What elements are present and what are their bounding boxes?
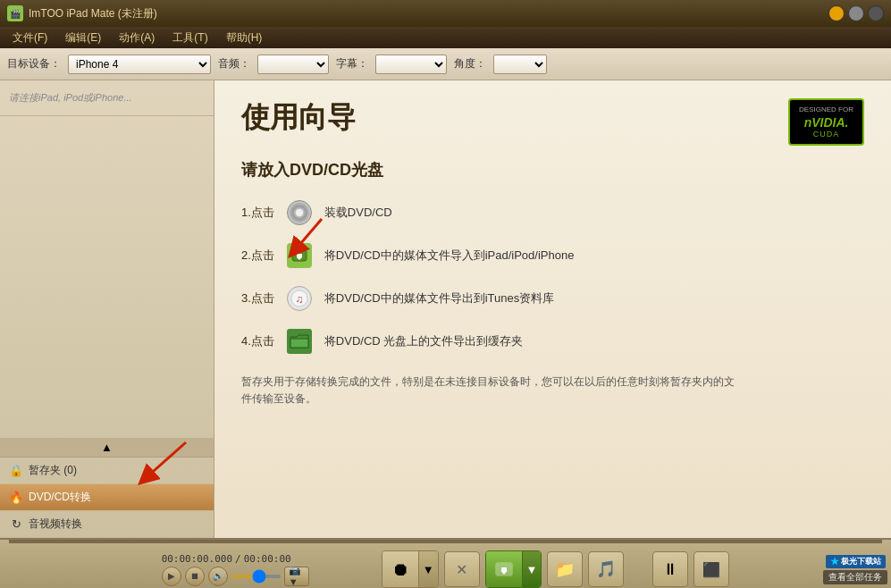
watermark-logo-area: ★ 极光下载站 bbox=[826, 555, 886, 568]
record-dropdown[interactable]: ▼ bbox=[418, 551, 438, 587]
chevron-up-icon: ▲ bbox=[101, 441, 113, 454]
step-3-text: 将DVD/CD中的媒体文件导出到iTunes资料库 bbox=[324, 290, 554, 307]
red-arrow-1 bbox=[277, 214, 331, 259]
sidebar-item-av[interactable]: ↻ 音视频转换 bbox=[0, 511, 214, 538]
speaker-button[interactable]: 🔊 bbox=[208, 567, 228, 586]
time-display: 00:00:00.000 / 00:00:00 bbox=[162, 553, 376, 565]
nvidia-sub-text: CUDA bbox=[799, 130, 853, 139]
step-2-text: 将DVD/CD中的媒体文件导入到iPad/iPod/iPhone bbox=[324, 248, 575, 264]
watermark-logo-text: 极光下载站 bbox=[841, 556, 881, 567]
time-total: 00:00:00 bbox=[244, 553, 291, 565]
app-title: ImTOO iPad Mate (未注册) bbox=[29, 6, 828, 21]
svg-line-2 bbox=[295, 219, 322, 250]
subtitle-label: 字幕： bbox=[336, 56, 368, 71]
watermark-logo-badge: ★ 极光下载站 bbox=[826, 555, 886, 568]
left-controls: 00:00:00.000 / 00:00:00 ▶ ⏹ 🔊 📷▼ bbox=[162, 553, 376, 586]
refresh-icon: ↻ bbox=[9, 517, 23, 532]
action-toolbar: ⏺ ▼ ✕ ▼ 📁 🎵 ⏸ bbox=[382, 550, 730, 588]
sidebar-item-av-label: 音视频转换 bbox=[29, 517, 82, 532]
step-4-text: 将DVD/CD 光盘上的文件导出到缓存夹 bbox=[324, 333, 523, 349]
content-area: DESIGNED FOR nVIDIA. CUDA 使用向导 请放入DVD/CD… bbox=[214, 80, 891, 538]
page-title: 使用向导 bbox=[241, 98, 864, 138]
audio-select[interactable] bbox=[257, 55, 329, 74]
sidebar-item-cache-label: 暂存夹 (0) bbox=[29, 463, 77, 478]
sidebar-item-cache[interactable]: 🔒 暂存夹 (0) bbox=[0, 458, 214, 484]
nvidia-top-text: DESIGNED FOR bbox=[799, 105, 853, 113]
sidebar-item-dvd-label: DVD/CD转换 bbox=[29, 490, 91, 505]
angle-select[interactable] bbox=[493, 55, 547, 74]
stop-all-button[interactable]: ⬛ bbox=[693, 551, 729, 587]
step-4-num: 4.点击 bbox=[241, 333, 274, 349]
device-select[interactable]: iPhone 4 iPad iPod bbox=[68, 55, 211, 74]
lock-icon: 🔒 bbox=[9, 464, 23, 478]
pause-button[interactable]: ⏸ bbox=[652, 551, 688, 587]
cancel-button[interactable]: ✕ bbox=[444, 551, 480, 587]
window-buttons bbox=[828, 5, 884, 21]
step-1-text: 装载DVD/CD bbox=[324, 205, 392, 221]
sidebar-collapse-btn[interactable]: ▲ bbox=[0, 438, 214, 457]
step-1: 1.点击 装载DVD/CD bbox=[241, 198, 864, 227]
menu-file[interactable]: 文件(F) bbox=[4, 29, 56, 47]
minimize-button[interactable] bbox=[828, 5, 845, 21]
time-separator: / bbox=[235, 553, 241, 565]
nvidia-brand: nVIDIA. bbox=[799, 115, 853, 130]
step-4-icon bbox=[285, 327, 314, 356]
step-2-num: 2.点击 bbox=[241, 248, 274, 264]
svg-text:♫: ♫ bbox=[295, 293, 303, 306]
sidebar: 请连接iPad, iPod或iPhone... ▲ 🔒 暂存夹 (0) 🔥 DV… bbox=[0, 80, 214, 538]
sidebar-spacer bbox=[0, 116, 214, 438]
capture-button[interactable]: 📷▼ bbox=[284, 567, 309, 586]
folder-button[interactable]: 📁 bbox=[547, 551, 583, 587]
subtitle-select[interactable] bbox=[375, 55, 447, 74]
import-device-button[interactable] bbox=[486, 551, 522, 587]
guide-steps: 1.点击 装载DVD/CD 2.点击 将DVD/CD中的媒 bbox=[241, 198, 864, 356]
watermark-action-text[interactable]: 查看全部任务 bbox=[823, 570, 887, 584]
itunes-button[interactable]: 🎵 bbox=[588, 551, 624, 587]
time-current: 00:00:00.000 bbox=[162, 553, 232, 565]
maximize-button[interactable] bbox=[848, 5, 864, 21]
step-2: 2.点击 将DVD/CD中的媒体文件导入到iPad/iPod/iPhone bbox=[241, 241, 864, 270]
stop-button[interactable]: ⏹ bbox=[185, 567, 205, 586]
title-bar: 🎬 ImTOO iPad Mate (未注册) bbox=[0, 0, 891, 27]
device-info: 请连接iPad, iPod或iPhone... bbox=[0, 80, 214, 116]
menu-action[interactable]: 动作(A) bbox=[110, 29, 164, 47]
playback-controls: ▶ ⏹ 🔊 📷▼ bbox=[162, 567, 376, 586]
toolbar: 目标设备： iPhone 4 iPad iPod 音频： 字幕： 角度： bbox=[0, 48, 891, 80]
main-area: 请连接iPad, iPod或iPhone... ▲ 🔒 暂存夹 (0) 🔥 DV… bbox=[0, 80, 891, 538]
volume-slider[interactable] bbox=[231, 575, 281, 578]
step-4: 4.点击 将DVD/CD 光盘上的文件导出到缓存夹 bbox=[241, 327, 864, 356]
menu-edit[interactable]: 编辑(E) bbox=[56, 29, 110, 47]
close-button[interactable] bbox=[868, 5, 884, 21]
import-btn-group: ▼ bbox=[485, 550, 542, 588]
sidebar-nav: 🔒 暂存夹 (0) 🔥 DVD/CD转换 ↻ 音视频转换 bbox=[0, 457, 214, 538]
record-btn-group: ⏺ ▼ bbox=[382, 550, 439, 588]
export-folder-icon bbox=[287, 329, 312, 354]
device-label: 目标设备： bbox=[7, 56, 61, 71]
step-1-num: 1.点击 bbox=[241, 205, 274, 221]
menu-tools[interactable]: 工具(T) bbox=[164, 29, 216, 47]
record-button[interactable]: ⏺ bbox=[382, 551, 418, 587]
itunes-icon: ♫ bbox=[287, 286, 312, 311]
play-button[interactable]: ▶ bbox=[162, 567, 181, 586]
fire-icon: 🔥 bbox=[9, 491, 23, 505]
step-3-num: 3.点击 bbox=[241, 290, 274, 307]
angle-label: 角度： bbox=[454, 56, 486, 71]
step-3-icon: ♫ bbox=[285, 284, 314, 313]
watermark: ★ 极光下载站 查看全部任务 bbox=[823, 555, 887, 584]
menu-bar: 文件(F) 编辑(E) 动作(A) 工具(T) 帮助(H) bbox=[0, 27, 891, 48]
section-title: 请放入DVD/CD光盘 bbox=[241, 159, 864, 181]
step-3: 3.点击 ♫ 将DVD/CD中的媒体文件导出到iTunes资料库 bbox=[241, 284, 864, 313]
progress-track bbox=[9, 540, 882, 543]
audio-label: 音频： bbox=[218, 56, 250, 71]
app-icon: 🎬 bbox=[7, 5, 23, 21]
bottom-bar: 00:00:00.000 / 00:00:00 ▶ ⏹ 🔊 📷▼ ⏺ ▼ ✕ bbox=[0, 538, 891, 588]
sidebar-item-dvd[interactable]: 🔥 DVD/CD转换 bbox=[0, 484, 214, 511]
menu-help[interactable]: 帮助(H) bbox=[217, 29, 272, 47]
device-message: 请连接iPad, iPod或iPhone... bbox=[9, 91, 132, 105]
import-dropdown[interactable]: ▼ bbox=[522, 551, 542, 587]
guide-note: 暂存夹用于存储转换完成的文件，特别是在未连接目标设备时，您可以在以后的任意时刻将… bbox=[241, 374, 742, 407]
nvidia-badge: DESIGNED FOR nVIDIA. CUDA bbox=[788, 98, 864, 146]
